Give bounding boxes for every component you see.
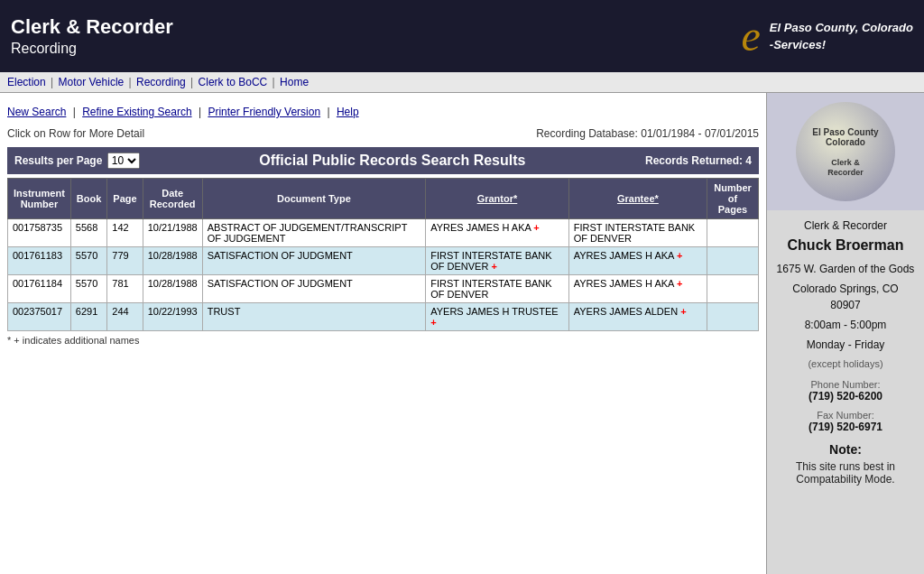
table-cell: 001761184: [8, 275, 71, 303]
phone-value: (719) 520-6200: [776, 390, 915, 403]
db-range-text: Recording Database: 01/01/1984 - 07/01/2…: [536, 127, 759, 140]
sidebar-logo-area: El Paso CountyColoradoClerk &Recorder: [767, 93, 924, 210]
table-cell: 001758735: [8, 219, 71, 247]
table-cell: [707, 275, 759, 303]
results-per-page-control: Results per Page 10 20 50: [7, 149, 147, 172]
printer-friendly-link[interactable]: Printer Friendly Version: [208, 106, 320, 118]
county-name: El Paso County, Colorado: [770, 19, 913, 37]
info-bar: Click on Row for More Detail Recording D…: [7, 124, 759, 144]
site-title: Clerk & Recorder: [11, 15, 173, 39]
content-area: New Search | Refine Existing Search | Pr…: [0, 93, 766, 574]
col-doc-type: Document Type: [202, 179, 425, 219]
table-cell: [707, 303, 759, 331]
table-cell: 10/28/1988: [143, 247, 202, 275]
table-cell: AYERS JAMES H TRUSTEE +: [426, 303, 569, 331]
table-cell: 10/28/1988: [143, 275, 202, 303]
table-header-row: InstrumentNumber Book Page DateRecorded …: [8, 179, 759, 219]
nav-home[interactable]: Home: [280, 76, 309, 88]
table-cell: [707, 247, 759, 275]
table-cell: 10/22/1993: [143, 303, 202, 331]
fax-value: (719) 520-6971: [776, 421, 915, 433]
grantor-sort-link[interactable]: Grantor*: [477, 193, 518, 204]
table-cell: AYERS JAMES ALDEN +: [568, 303, 707, 331]
phone-label: Phone Number:: [776, 379, 915, 390]
nav-bar: Election | Motor Vehicle | Recording | C…: [0, 72, 924, 93]
per-page-label: Results per Page: [14, 154, 102, 167]
results-title: Official Public Records Search Results: [147, 147, 638, 174]
table-cell: FIRST INTERSTATE BANK OF DENVER +: [426, 247, 569, 275]
col-page: Page: [107, 179, 143, 219]
site-subtitle: Recording: [11, 41, 173, 57]
address-line2: Colorado Springs, CO 80907: [776, 281, 915, 313]
clerk-name: Chuck Broerman: [776, 237, 915, 254]
table-cell: AYRES JAMES H AKA +: [426, 219, 569, 247]
table-cell: 244: [107, 303, 143, 331]
results-header-bar: Results per Page 10 20 50 Official Publi…: [7, 147, 759, 174]
col-book: Book: [70, 179, 107, 219]
nav-motor-vehicle[interactable]: Motor Vehicle: [59, 76, 125, 88]
fax-label: Fax Number:: [776, 410, 915, 421]
table-cell: TRUST: [202, 303, 425, 331]
nav-election[interactable]: Election: [7, 76, 46, 88]
hours-line1: 8:00am - 5:00pm: [776, 317, 915, 333]
table-cell: FIRST INTERSTATE BANK OF DENVER: [568, 219, 707, 247]
county-text: El Paso County, Colorado -Services!: [770, 19, 913, 54]
col-pages: Numberof Pages: [707, 179, 759, 219]
e-logo-icon: e: [742, 14, 761, 58]
refine-search-link[interactable]: Refine Existing Search: [82, 106, 191, 118]
table-cell: [707, 219, 759, 247]
sidebar-info: Clerk & Recorder Chuck Broerman 1675 W. …: [767, 210, 924, 495]
table-cell: 6291: [70, 303, 107, 331]
new-search-link[interactable]: New Search: [7, 106, 66, 118]
table-cell: 002375017: [8, 303, 71, 331]
table-row[interactable]: 001761183557077910/28/1988SATISFACTION O…: [8, 247, 759, 275]
hours-note: (except holidays): [776, 356, 915, 372]
table-cell: 001761183: [8, 247, 71, 275]
clerk-title: Clerk & Recorder: [776, 219, 915, 232]
address-line1: 1675 W. Garden of the Gods: [776, 261, 915, 277]
help-link[interactable]: Help: [337, 106, 359, 118]
grantee-sort-link[interactable]: Grantee*: [617, 193, 659, 204]
county-seal-icon: El Paso CountyColoradoClerk &Recorder: [796, 102, 895, 201]
sidebar: El Paso CountyColoradoClerk &Recorder Cl…: [766, 93, 924, 574]
seal-text: El Paso CountyColoradoClerk &Recorder: [812, 127, 878, 177]
col-grantee: Grantee*: [568, 179, 707, 219]
results-table: InstrumentNumber Book Page DateRecorded …: [7, 178, 759, 331]
click-detail-text: Click on Row for More Detail: [7, 127, 144, 140]
page-header: Clerk & Recorder Recording e El Paso Cou…: [0, 0, 924, 72]
table-cell: 5570: [70, 247, 107, 275]
nav-clerk-bocc[interactable]: Clerk to BoCC: [199, 76, 268, 88]
header-logo-block: e El Paso County, Colorado -Services!: [742, 14, 913, 58]
table-row[interactable]: 001758735556814210/21/1988ABSTRACT OF JU…: [8, 219, 759, 247]
note-text: This site runs best in Compatability Mod…: [776, 460, 915, 486]
note-title: Note:: [776, 442, 915, 457]
nav-recording[interactable]: Recording: [136, 76, 186, 88]
table-cell: 142: [107, 219, 143, 247]
table-cell: 779: [107, 247, 143, 275]
table-cell: 5570: [70, 275, 107, 303]
col-grantor: Grantor*: [426, 179, 569, 219]
county-services: -Services!: [770, 36, 913, 54]
col-instrument: InstrumentNumber: [8, 179, 71, 219]
table-cell: SATISFACTION OF JUDGMENT: [202, 275, 425, 303]
table-cell: FIRST INTERSTATE BANK OF DENVER: [426, 275, 569, 303]
col-date: DateRecorded: [143, 179, 202, 219]
hours-line2: Monday - Friday: [776, 337, 915, 353]
per-page-select[interactable]: 10 20 50: [107, 153, 140, 169]
table-cell: 10/21/1988: [143, 219, 202, 247]
table-cell: AYRES JAMES H AKA +: [568, 247, 707, 275]
table-cell: SATISFACTION OF JUDGMENT: [202, 247, 425, 275]
search-links-bar: New Search | Refine Existing Search | Pr…: [7, 100, 759, 124]
header-title-block: Clerk & Recorder Recording: [11, 15, 173, 57]
table-row[interactable]: 001761184557078110/28/1988SATISFACTION O…: [8, 275, 759, 303]
table-cell: 5568: [70, 219, 107, 247]
table-cell: 781: [107, 275, 143, 303]
table-row[interactable]: 002375017629124410/22/1993TRUSTAYERS JAM…: [8, 303, 759, 331]
results-tbody: 001758735556814210/21/1988ABSTRACT OF JU…: [8, 219, 759, 331]
records-returned: Records Returned: 4: [638, 151, 759, 171]
table-cell: AYRES JAMES H AKA +: [568, 275, 707, 303]
footnote: * + indicates additional names: [7, 331, 759, 349]
table-cell: ABSTRACT OF JUDGEMENT/TRANSCRIPT OF JUDG…: [202, 219, 425, 247]
main-layout: New Search | Refine Existing Search | Pr…: [0, 93, 924, 574]
